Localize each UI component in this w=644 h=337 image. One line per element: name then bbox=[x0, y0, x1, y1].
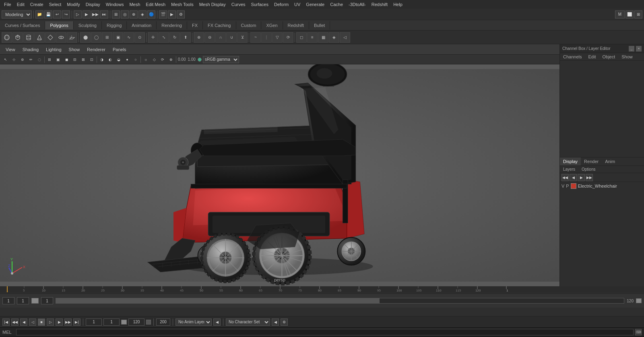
menu-mesh[interactable]: Mesh bbox=[127, 1, 142, 8]
maya-logo[interactable]: M bbox=[615, 10, 625, 19]
layer-playback[interactable]: P bbox=[566, 184, 569, 188]
tab-fx[interactable]: FX bbox=[187, 21, 203, 29]
vp-shader2-btn[interactable]: ◐ bbox=[106, 56, 114, 63]
next-key-button[interactable]: ▶▶ bbox=[64, 318, 72, 326]
tab-bullet[interactable]: Bullet bbox=[309, 21, 330, 29]
next-frame-button[interactable]: ▶ bbox=[56, 318, 63, 326]
vp-select-btn[interactable]: ↖ bbox=[2, 56, 10, 63]
cube-tool[interactable] bbox=[12, 32, 23, 43]
bc-frame-end[interactable] bbox=[156, 318, 170, 326]
sphere-tool[interactable] bbox=[2, 32, 12, 43]
vp-shader3-btn[interactable]: ◒ bbox=[115, 56, 123, 63]
menu-modify[interactable]: Modify bbox=[64, 1, 82, 8]
extrude-tool[interactable]: ⬆ bbox=[180, 32, 191, 43]
layer-prev1-btn[interactable]: ◀◀ bbox=[561, 174, 569, 181]
go-to-end-button[interactable]: ▶| bbox=[73, 318, 80, 326]
tab-polygons[interactable]: Polygons bbox=[45, 21, 73, 29]
menu-file[interactable]: File bbox=[2, 1, 14, 8]
bridge-tool[interactable]: ≡ bbox=[307, 32, 318, 43]
bc-anim-layer-btn1[interactable]: ◀ bbox=[213, 318, 221, 326]
wedge-tool[interactable]: ◁ bbox=[340, 32, 350, 43]
menu-windows[interactable]: Windows bbox=[103, 1, 126, 8]
boolean2-tool[interactable]: ∪ bbox=[226, 32, 237, 43]
layout-btn2[interactable]: ⊞ bbox=[634, 10, 642, 19]
tab-rigging[interactable]: Rigging bbox=[102, 21, 127, 29]
right-panel-minimize[interactable]: _ bbox=[629, 46, 634, 52]
booleanx-tool[interactable]: ⊻ bbox=[237, 32, 248, 43]
ring-tool[interactable]: ◯ bbox=[91, 32, 101, 43]
menu-generate[interactable]: Generate bbox=[303, 1, 327, 8]
cylinder-tool[interactable] bbox=[23, 32, 34, 43]
cmd-input[interactable] bbox=[16, 329, 634, 335]
tab-rendering[interactable]: Rendering bbox=[157, 21, 187, 29]
vp-menu-show[interactable]: Show bbox=[66, 46, 83, 53]
tab-render[interactable]: Render bbox=[581, 157, 602, 165]
render-button[interactable]: 🎬 bbox=[159, 10, 167, 19]
bevel-tool[interactable]: ◻ bbox=[296, 32, 307, 43]
separate-tool[interactable]: ⊖ bbox=[204, 32, 215, 43]
fill-tool[interactable]: ▦ bbox=[318, 32, 328, 43]
vp-menu-shading[interactable]: Shading bbox=[19, 46, 42, 53]
subdivide-tool[interactable]: ⋮ bbox=[261, 32, 272, 43]
menu-mesh-display[interactable]: Mesh Display bbox=[197, 1, 228, 8]
box-tool[interactable]: ▣ bbox=[113, 32, 123, 43]
tab-redshift[interactable]: Redshift bbox=[283, 21, 309, 29]
open-file-button[interactable]: 📁 bbox=[35, 10, 43, 19]
magnet-button[interactable]: 🔵 bbox=[147, 10, 155, 19]
layer-next1-btn[interactable]: ▶ bbox=[578, 174, 585, 181]
menu-create[interactable]: Create bbox=[28, 1, 46, 8]
vp-menu-panels[interactable]: Panels bbox=[109, 46, 130, 53]
snap-grid-button[interactable]: ⊞ bbox=[112, 10, 120, 19]
tab-anim[interactable]: Anim bbox=[602, 157, 618, 165]
vp-tool1-btn[interactable]: ⟳ bbox=[159, 56, 167, 63]
play-btn1[interactable]: ▷ bbox=[74, 10, 82, 19]
tab-custom[interactable]: Custom bbox=[236, 21, 262, 29]
reduce-tool[interactable]: ▽ bbox=[272, 32, 283, 43]
timeline-start-frame-left[interactable] bbox=[17, 297, 29, 304]
vp-colorspace-select[interactable]: sRGB gamma bbox=[203, 56, 239, 63]
vp-menu-renderer[interactable]: Renderer bbox=[84, 46, 109, 53]
vp-snap1-btn[interactable]: ⊹ bbox=[10, 56, 18, 63]
undo-button[interactable]: ↩ bbox=[53, 10, 61, 19]
menu-surfaces[interactable]: Surfaces bbox=[249, 1, 271, 8]
bc-char-set-btn1[interactable]: ◀ bbox=[272, 318, 279, 326]
prev-key-button[interactable]: ◀◀ bbox=[11, 318, 19, 326]
layer-visibility[interactable]: V bbox=[561, 184, 564, 188]
diamond-tool[interactable] bbox=[45, 32, 56, 43]
bc-frame-speed[interactable] bbox=[128, 318, 144, 326]
subtab-options[interactable]: Options bbox=[578, 166, 599, 173]
render-settings-button[interactable]: ⚙ bbox=[177, 10, 185, 19]
prev-frame-button[interactable]: ◀ bbox=[20, 318, 27, 326]
vp-menu-view[interactable]: View bbox=[2, 46, 19, 53]
menu-uv[interactable]: UV bbox=[292, 1, 303, 8]
torus-tool[interactable] bbox=[56, 32, 66, 43]
play-back-button[interactable]: ◁ bbox=[29, 318, 36, 326]
layer-prev2-btn[interactable]: ◀ bbox=[570, 174, 577, 181]
vp-shader5-btn[interactable]: ○ bbox=[132, 56, 140, 63]
vp-display2-btn[interactable]: ▣ bbox=[54, 56, 62, 63]
layout-btn1[interactable]: ⬜ bbox=[625, 10, 634, 19]
poke-tool[interactable]: ◈ bbox=[329, 32, 339, 43]
timeline-progress[interactable] bbox=[56, 298, 624, 304]
smooth-tool[interactable]: ~ bbox=[250, 32, 261, 43]
bc-anim-layer-dropdown[interactable]: No Anim Layer bbox=[175, 318, 212, 326]
snap-point-button[interactable]: ⊕ bbox=[130, 10, 138, 19]
boolean1-tool[interactable]: ∩ bbox=[215, 32, 226, 43]
timeline-frame-display[interactable] bbox=[41, 297, 53, 304]
menu-redshift[interactable]: Redshift bbox=[369, 1, 390, 8]
menu-deform[interactable]: Deform bbox=[272, 1, 291, 8]
snap-curve-button[interactable]: ◎ bbox=[121, 10, 129, 19]
combine-tool[interactable]: ⊕ bbox=[194, 32, 204, 43]
subtab-layers[interactable]: Layers bbox=[560, 166, 578, 173]
tab-xgen[interactable]: XGen bbox=[261, 21, 283, 29]
tab-display[interactable]: Display bbox=[560, 157, 581, 165]
menu-display[interactable]: Display bbox=[83, 1, 103, 8]
snap-surface-button[interactable]: ◈ bbox=[138, 10, 147, 19]
vp-display1-btn[interactable]: ⊞ bbox=[45, 56, 54, 63]
vp-display3-btn[interactable]: ◼ bbox=[62, 56, 70, 63]
play-btn3[interactable]: ▶▶ bbox=[91, 10, 99, 19]
tab-channels[interactable]: Channels bbox=[560, 53, 585, 60]
move-tool[interactable]: ✛ bbox=[148, 32, 158, 43]
menu-help[interactable]: Help bbox=[391, 1, 405, 8]
bc-frame-left[interactable] bbox=[86, 318, 102, 326]
